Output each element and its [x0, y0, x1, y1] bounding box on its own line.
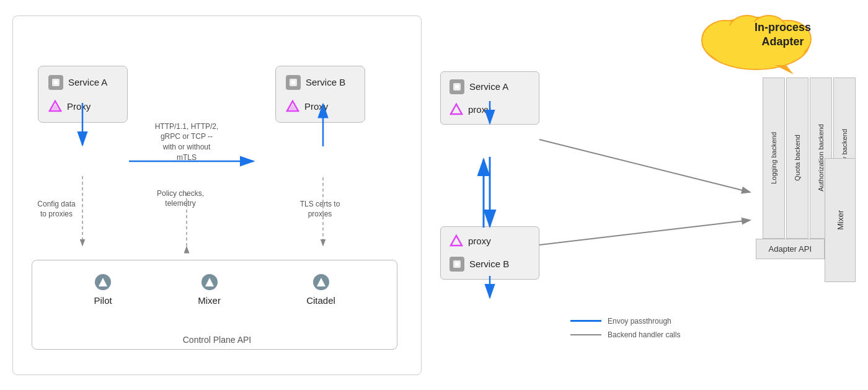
citadel-label: Citadel — [306, 295, 335, 306]
legend-blue: Envoy passthrough — [570, 317, 680, 326]
mixer-item: Mixer — [198, 273, 221, 306]
service-b-label: Service B — [306, 77, 345, 87]
mixer-label: Mixer — [836, 210, 845, 230]
citadel-item: Citadel — [306, 273, 335, 306]
proxy-a-icon — [48, 100, 62, 113]
legend: Envoy passthrough Backend handler calls — [570, 317, 680, 344]
proxy-a-item: Proxy — [48, 100, 91, 113]
right-proxy-b-item: proxy — [450, 234, 491, 248]
svg-marker-30 — [775, 65, 794, 74]
right-service-b-box: proxy Service B — [440, 226, 539, 280]
right-proxy-b-icon — [450, 234, 463, 248]
svg-line-44 — [539, 140, 750, 192]
service-b-item: Service B — [286, 75, 345, 90]
legend-blue-label: Envoy passthrough — [608, 317, 671, 326]
legend-gray: Backend handler calls — [570, 330, 680, 339]
config-data-label: Config datato proxies — [32, 199, 81, 220]
backend-logging-label: Logging backend — [770, 132, 777, 184]
right-service-a-icon — [450, 79, 464, 94]
svg-marker-34 — [451, 236, 462, 246]
backend-logging: Logging backend — [763, 78, 785, 239]
citadel-icon — [312, 273, 330, 291]
proxy-b-label: Proxy — [304, 101, 328, 112]
service-b-icon — [286, 75, 301, 90]
right-service-a-box: Service A proxy — [440, 71, 539, 125]
legend-blue-line — [570, 320, 601, 322]
svg-rect-5 — [291, 81, 295, 84]
right-proxy-a-icon — [450, 103, 463, 117]
right-service-b-item: Service B — [450, 257, 509, 272]
svg-line-45 — [539, 220, 750, 245]
cloud-title-line2: Adapter — [761, 35, 804, 48]
legend-gray-label: Backend handler calls — [608, 330, 680, 339]
service-a-box: Service A Proxy — [38, 66, 128, 123]
service-a-item: Service A — [48, 75, 107, 90]
pilot-label: Pilot — [94, 295, 112, 306]
mixer-label: Mixer — [198, 295, 221, 306]
right-proxy-a-item: proxy — [450, 103, 491, 117]
tls-certs-label: TLS certs toproxies — [292, 199, 348, 220]
right-diagram: In-process Adapter Logging backend Quota… — [434, 9, 856, 381]
adapter-api-box: Adapter API — [756, 239, 825, 259]
right-proxy-b-label: proxy — [468, 236, 491, 246]
control-plane-api-label: Control Plane API — [183, 335, 252, 345]
right-service-b-label: Service B — [469, 259, 509, 269]
backend-authorization-label: Authorization backend — [817, 124, 825, 192]
backend-quota-label: Quota backend — [794, 135, 801, 181]
service-b-box: Service B Proxy — [275, 66, 365, 123]
service-a-label: Service A — [68, 77, 107, 87]
proxy-b-item: Proxy — [286, 100, 328, 113]
legend-gray-line — [570, 334, 601, 335]
right-service-a-label: Service A — [469, 81, 508, 92]
service-a-icon — [48, 75, 63, 90]
cloud-text: In-process Adapter — [755, 20, 811, 50]
backend-quota: Quota backend — [786, 78, 808, 239]
right-service-a-item: Service A — [450, 79, 508, 94]
pilot-icon — [94, 273, 112, 291]
left-diagram: Service A Proxy Service B Proxy HTTP/1.1… — [12, 16, 422, 375]
policy-checks-label: Policy checks,telemetry — [149, 188, 211, 210]
proxy-b-icon — [286, 100, 299, 113]
mixer-box: Mixer — [825, 158, 856, 282]
cloud-title-line1: In-process — [755, 21, 811, 33]
center-protocol-label: HTTP/1.1, HTTP/2,gRPC or TCP --with or w… — [137, 122, 236, 163]
pilot-item: Pilot — [94, 273, 112, 306]
svg-rect-32 — [455, 85, 459, 89]
svg-marker-33 — [451, 104, 462, 114]
mixer-icon — [200, 273, 219, 291]
svg-rect-1 — [54, 81, 58, 84]
right-service-b-icon — [450, 257, 464, 272]
right-proxy-a-label: proxy — [468, 104, 491, 115]
svg-rect-36 — [455, 262, 459, 266]
proxy-a-label: Proxy — [67, 101, 91, 112]
adapter-api-label: Adapter API — [769, 244, 812, 254]
